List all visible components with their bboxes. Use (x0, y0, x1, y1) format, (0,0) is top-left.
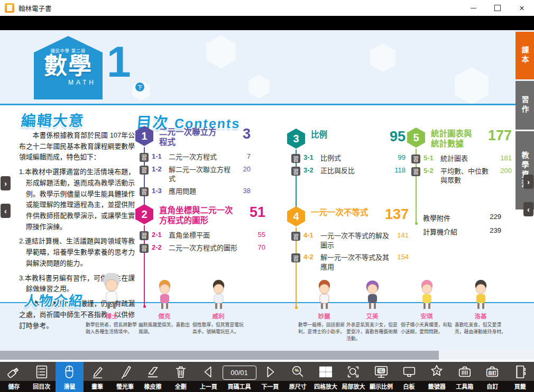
tab-textbook[interactable]: 課本 (515, 32, 534, 79)
delete-all-button[interactable]: 全刪 (167, 362, 195, 392)
toc-extra-row[interactable]: 計算機介紹 239 (423, 226, 501, 236)
chapter-page-number: 137 (385, 206, 409, 222)
chapter-2: 2 直角坐標與二元一次方程式的圖形 51 習 2-1 直角坐標平面 55 習 2… (135, 204, 265, 256)
whiteboard-button[interactable]: 白板 (395, 362, 423, 392)
section-page: 55 (248, 231, 265, 239)
toc-section-row[interactable]: 習 4-1 一元一次不等式的解及圖示 141 (291, 231, 409, 250)
right-panel-collapse-button[interactable]: ‹ (523, 202, 533, 216)
hexagon-decoration (455, 67, 489, 104)
right-panel-expand-button[interactable]: › (523, 175, 533, 189)
toc-section-row[interactable]: 習 1-2 解二元一次聯立方程式 20 (140, 165, 251, 184)
character-card: 傑克 幽默風趣愛搞笑，喜歡出風頭。 (139, 279, 190, 335)
toc-section-row[interactable]: 習 1-1 二元一次方程式 7 (140, 152, 251, 162)
toc-section-row[interactable]: 習 1-3 應用問題 38 (140, 187, 251, 196)
toc-section-row[interactable]: 習 4-2 解一元一次不等式及其應用 154 (291, 253, 409, 271)
section-title: 一元一次不等式的解及圖示 (320, 231, 390, 250)
left-panel-collapse-button[interactable]: ‹ (1, 204, 11, 218)
next-page-button[interactable]: 下一頁 (256, 362, 284, 392)
toc-section-row[interactable]: 習 5-1 統計圖表 181 (411, 154, 512, 163)
workbook-badge: 習 (291, 253, 300, 262)
tab-workbook[interactable]: 習作 (515, 81, 534, 130)
math-logo-pentagon: 國民中學 第二冊 數學 MATH (34, 36, 103, 99)
back-to-contents-button[interactable]: 回目次 (28, 362, 56, 392)
toc-section-row[interactable]: 習 3-2 正比與反比 118 (291, 166, 406, 176)
mouse-tool-button[interactable]: 滑鼠 (56, 362, 84, 392)
left-panel-expand-button[interactable]: › (1, 176, 11, 190)
workbook-badge: 習 (411, 167, 420, 176)
pencil-icon (89, 364, 105, 380)
section-number: 2-2 (152, 243, 167, 251)
window-title: 翰林電子書 (19, 3, 52, 13)
editorial-item: 1.本教材中選擇適當的生活情境布題，形成解題活動，進而成為教學活動示例。教學示例… (19, 167, 135, 232)
character-illustration (98, 273, 125, 310)
save-button[interactable]: 儲存 (0, 362, 28, 392)
chapter-heading[interactable]: 3 比例 95 (287, 129, 406, 149)
chapter-number-badge: 3 (287, 129, 305, 149)
extra-title: 教學附件 (423, 213, 450, 223)
eraser-tool-button[interactable]: 橡皮擦 (139, 362, 167, 392)
four-grid-zoom-button[interactable]: 四格放大 (312, 362, 340, 392)
toc-section-row[interactable]: 習 2-1 直角坐標平面 55 (140, 231, 265, 240)
toolbox-button[interactable]: 工具箱 (450, 362, 478, 392)
page-number-display[interactable]: 00/01 (223, 366, 256, 380)
section-page: 154 (392, 253, 409, 261)
character-card: 艾美 外表是氣質美少女，但是愛耍冷，喜歡各種藝術類活動。 (346, 279, 398, 342)
close-button[interactable]: × (510, 0, 534, 16)
character-name: 博士 (86, 312, 137, 320)
previous-page-button[interactable]: 上一頁 (195, 362, 223, 392)
minimize-button[interactable] (461, 0, 485, 16)
original-size-button[interactable]: % 原尺寸 (284, 362, 312, 392)
chapter-title: 比例 (311, 129, 327, 140)
page-tabs-button[interactable]: 頁籤 (507, 362, 534, 392)
display-ratio-button[interactable]: 延伸 顯示比例 (367, 362, 395, 392)
chapter-1: 1 二元一次聯立方程式 3 習 1-1 二元一次方程式 7 習 1-2 解二元一… (135, 126, 251, 199)
chapter-title: 二元一次聯立方程式 (159, 126, 220, 148)
close-icon: × (519, 4, 524, 13)
workbook-badge: 習 (140, 231, 149, 240)
custom-button[interactable]: 自訂 自訂 (478, 362, 507, 392)
chapter-heading[interactable]: 2 直角坐標與二元一次方程式的圖形 51 (135, 204, 265, 226)
chapter-heading[interactable]: 1 二元一次聯立方程式 3 (135, 126, 251, 148)
zoom-percent-icon: % (290, 364, 306, 380)
toc-section-row[interactable]: 習 2-2 二元一次方程式的圖形 70 (140, 243, 265, 253)
maximize-button[interactable] (485, 0, 510, 16)
character-card: 洛基 喜歡吃美食，但又愛漂亮，藉由運動維持身材。 (455, 279, 507, 335)
section-title: 二元一次方程式 (169, 152, 232, 162)
section-page: 141 (392, 231, 409, 239)
section-number: 5-1 (423, 154, 438, 162)
character-description: 外表是氣質美少女，但是愛耍冷，喜歡各種藝術類活動。 (346, 322, 398, 342)
maximize-icon (494, 5, 501, 11)
number-picker-button[interactable]: 7 籤號器 (423, 362, 451, 392)
toc-section-row[interactable]: 習 3-1 比例式 99 (291, 153, 406, 163)
chapter-page-number: 51 (250, 204, 265, 220)
horizontal-scrollbar[interactable] (0, 351, 534, 360)
tab-teaching-resources[interactable]: 教學資源 (515, 131, 534, 209)
scrollbar-thumb[interactable] (0, 351, 439, 360)
chapter-heading[interactable]: 4 一元一次不等式 137 (287, 206, 409, 226)
character-name: 妙麗 (298, 312, 350, 320)
highlighter-tool-button[interactable]: 螢光筆 (111, 362, 139, 392)
section-page: 7 (234, 152, 251, 160)
chapter-number-badge: 4 (287, 206, 305, 226)
chapter-3: 3 比例 95 習 3-1 比例式 99 習 3-2 正比與反比 118 (287, 129, 406, 179)
pen-tool-button[interactable]: 畫筆 (84, 362, 112, 392)
partial-zoom-button[interactable]: 局部放大 (339, 362, 367, 392)
app-window: 翰林電子書 × 國民中學 第二冊 數學 MATH 1 下 編輯大意 本書係根據教… (0, 0, 534, 392)
toc-section-row[interactable]: 習 5-2 平均數、中位數與眾數 200 (411, 167, 512, 185)
character-card: 安琪 個子嬌小天真爛漫，有點小迷糊，愛問問題。 (401, 279, 453, 335)
extra-page: 239 (490, 226, 501, 236)
whiteboard-icon (401, 364, 417, 380)
section-page: 118 (389, 166, 406, 174)
section-page: 70 (248, 243, 265, 251)
section-title: 解一元一次不等式及其應用 (320, 253, 390, 271)
section-number: 2-1 (152, 231, 167, 239)
chapter-number-badge: 1 (135, 126, 153, 146)
chapter-title: 一元一次不等式 (311, 206, 369, 217)
page-number-tool[interactable]: 00/01 頁碼工具 (223, 362, 256, 392)
extra-page: 229 (490, 213, 501, 223)
toc-extra-row[interactable]: 教學附件 229 (423, 213, 501, 223)
chapter-heading[interactable]: 5 統計圖表與統計數據 177 (407, 127, 512, 149)
extra-title: 計算機介紹 (423, 226, 457, 236)
character-card: 威利 個性憨厚，但其實是電玩高手，號稱電玩狂人。 (192, 279, 244, 335)
section-page: 181 (495, 154, 512, 162)
